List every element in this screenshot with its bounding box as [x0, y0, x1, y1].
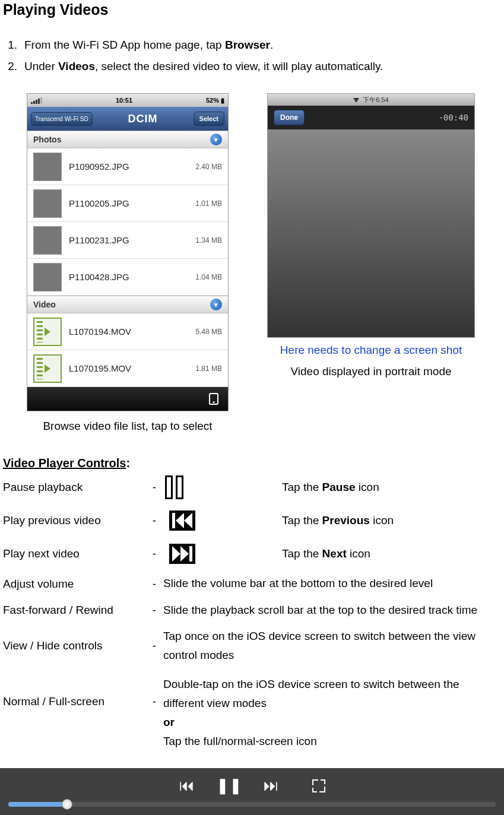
- wifi-icon: [353, 98, 359, 103]
- chevron-down-icon: ▾: [210, 299, 222, 310]
- table-row: Fast-forward / Rewind - Slide the playba…: [3, 597, 501, 623]
- status-time: 下午6:54: [363, 96, 388, 104]
- signal-icon: [31, 97, 42, 104]
- control-label: View / Hide controls: [3, 639, 145, 652]
- control-label: Play next video: [3, 547, 145, 560]
- dash: -: [145, 481, 163, 494]
- file-size: 5.48 MB: [195, 328, 222, 336]
- video-frame: [268, 129, 474, 337]
- control-description: Tap the Next icon: [282, 544, 501, 563]
- table-row: View / Hide controls - Tap once on the i…: [3, 623, 501, 669]
- file-name: P1100231.JPG: [69, 235, 188, 245]
- instruction-number: 2.: [3, 56, 24, 77]
- done-button[interactable]: Done: [274, 110, 305, 125]
- video-section-header[interactable]: Video ▾: [27, 296, 228, 313]
- instruction-text: From the Wi-Fi SD App home page, tap Bro…: [24, 35, 501, 55]
- file-name: P1100205.JPG: [69, 198, 188, 208]
- photos-section-header[interactable]: Photos ▾: [27, 131, 228, 148]
- control-description: Slide the playback scroll bar at the top…: [163, 601, 501, 620]
- list-item[interactable]: P1100231.JPG 1.34 MB: [27, 222, 228, 259]
- control-label: Play previous video: [3, 514, 145, 527]
- left-screenshot-column: 10:51 52% ▮ Transcend Wi-Fi SD DCIM Sele…: [27, 93, 229, 433]
- file-size: 1.04 MB: [195, 273, 222, 281]
- video-controls-panel: ⏮ ❚❚ ⏭: [0, 768, 504, 773]
- back-button[interactable]: Transcend Wi-Fi SD: [31, 112, 93, 126]
- dash: -: [145, 639, 163, 652]
- file-browser-screenshot: 10:51 52% ▮ Transcend Wi-Fi SD DCIM Sele…: [27, 93, 229, 411]
- dash: -: [145, 578, 163, 591]
- photo-thumbnail: [33, 263, 62, 291]
- control-label: Fast-forward / Rewind: [3, 604, 145, 617]
- photo-thumbnail: [33, 226, 62, 255]
- nav-title: DCIM: [128, 113, 158, 125]
- nav-bar: Transcend Wi-Fi SD DCIM Select: [27, 107, 228, 131]
- pause-icon: [163, 474, 185, 500]
- file-size: 1.81 MB: [195, 364, 222, 373]
- control-label: Pause playback: [3, 481, 145, 494]
- table-row: Normal / Full-screen - Double-tap on the…: [3, 669, 501, 755]
- file-name: P1090952.JPG: [69, 161, 188, 172]
- previous-icon: [163, 508, 201, 534]
- ios-status-bar: 10:51 52% ▮: [27, 94, 228, 107]
- control-description: Slide the volume bar at the bottom to th…: [163, 574, 501, 593]
- list-item[interactable]: L1070194.MOV 5.48 MB: [27, 313, 228, 350]
- file-name: L1070195.MOV: [69, 363, 188, 373]
- control-description: Tap once on the iOS device screen to swi…: [163, 627, 501, 665]
- ios-status-bar: 下午6:54: [268, 94, 474, 106]
- table-row: Play previous video - Tap the Previous i…: [3, 504, 501, 537]
- status-time: 10:51: [116, 97, 132, 104]
- file-size: 2.40 MB: [195, 163, 222, 171]
- video-thumbnail: [33, 354, 62, 383]
- instructions-list: 1. From the Wi-Fi SD App home page, tap …: [3, 35, 501, 77]
- instruction-number: 1.: [3, 35, 24, 55]
- table-row: Pause playback - Tap the Pause icon: [3, 471, 501, 504]
- file-name: L1070194.MOV: [69, 326, 188, 337]
- video-player-controls-table: Pause playback - Tap the Pause icon Play…: [3, 471, 501, 754]
- list-item[interactable]: P1100205.JPG 1.01 MB: [27, 185, 228, 222]
- instruction-1: 1. From the Wi-Fi SD App home page, tap …: [3, 35, 501, 55]
- video-top-bar: Done -00:40: [268, 106, 474, 129]
- status-battery: 52% ▮: [206, 97, 224, 104]
- table-row: Play next video - Tap the Next icon: [3, 537, 501, 570]
- photo-thumbnail: [33, 153, 62, 181]
- next-icon: [163, 541, 201, 567]
- controls-section-title: Video Player Controls:: [3, 454, 501, 471]
- control-description: Tap the Previous icon: [282, 511, 501, 530]
- dash: -: [145, 514, 163, 527]
- table-row: Adjust volume - Slide the volume bar at …: [3, 570, 501, 597]
- file-size: 1.34 MB: [195, 236, 222, 245]
- dash: -: [145, 547, 163, 560]
- device-icon[interactable]: [209, 393, 218, 405]
- screenshots-row: 10:51 52% ▮ Transcend Wi-Fi SD DCIM Sele…: [3, 93, 501, 433]
- bottom-toolbar: [27, 387, 228, 411]
- right-caption: Video displayed in portrait mode: [290, 365, 451, 378]
- list-item[interactable]: P1100428.JPG 1.04 MB: [27, 259, 228, 296]
- instruction-text: Under Videos, select the desired video t…: [24, 56, 501, 77]
- control-description: Tap the Pause icon: [282, 478, 501, 497]
- control-label: Adjust volume: [3, 578, 145, 591]
- photo-thumbnail: [33, 189, 62, 218]
- instruction-2: 2. Under Videos, select the desired vide…: [3, 56, 501, 77]
- right-screenshot-column: 下午6:54 Done -00:40 ⏮ ❚❚ ⏭: [264, 93, 478, 433]
- video-viewport[interactable]: [268, 129, 474, 337]
- video-thumbnail: [33, 318, 62, 346]
- dash: -: [145, 604, 163, 617]
- list-item[interactable]: L1070195.MOV 1.81 MB: [27, 350, 228, 387]
- remaining-time: -00:40: [438, 113, 468, 122]
- chevron-down-icon: ▾: [210, 134, 222, 145]
- screenshot-note: Here needs to change a screen shot: [264, 344, 478, 357]
- control-label: Normal / Full-screen: [3, 675, 145, 708]
- left-caption: Browse video file list, tap to select: [43, 420, 212, 433]
- file-name: P1100428.JPG: [69, 272, 188, 282]
- control-description: Double-tap on the iOS device screen to s…: [163, 675, 501, 751]
- list-item[interactable]: P1090952.JPG 2.40 MB: [27, 148, 228, 185]
- file-size: 1.01 MB: [195, 199, 222, 208]
- select-button[interactable]: Select: [194, 112, 224, 126]
- page-title: Playing Videos: [3, 1, 501, 18]
- video-player-screenshot: 下午6:54 Done -00:40 ⏮ ❚❚ ⏭: [267, 93, 475, 338]
- dash: -: [145, 675, 163, 708]
